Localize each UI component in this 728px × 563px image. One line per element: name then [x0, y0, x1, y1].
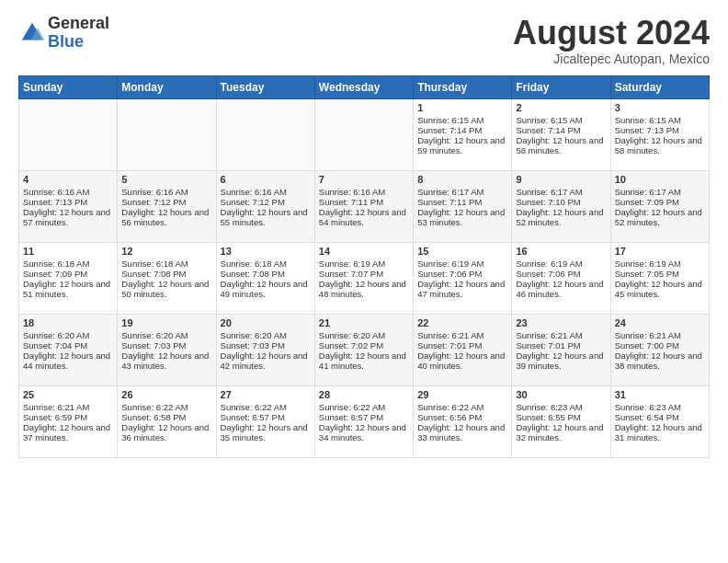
calendar-cell: 5Sunrise: 6:16 AMSunset: 7:12 PMDaylight…	[118, 170, 216, 242]
sunset-text: Sunset: 7:07 PM	[319, 269, 383, 279]
day-number: 21	[319, 317, 409, 328]
sunrise-text: Sunrise: 6:22 AM	[121, 402, 188, 412]
sunset-text: Sunset: 7:01 PM	[417, 340, 482, 350]
daylight-text: Daylight: 12 hours and 53 minutes.	[417, 207, 505, 227]
sunrise-text: Sunrise: 6:18 AM	[121, 259, 188, 269]
calendar-cell: 6Sunrise: 6:16 AMSunset: 7:12 PMDaylight…	[216, 170, 314, 242]
month-year-title: August 2024	[513, 15, 710, 52]
calendar-header-row: SundayMondayTuesdayWednesdayThursdayFrid…	[19, 75, 710, 98]
sunset-text: Sunset: 6:57 PM	[221, 412, 285, 422]
sunrise-text: Sunrise: 6:21 AM	[23, 402, 89, 412]
sunset-text: Sunset: 7:13 PM	[615, 125, 679, 135]
sunrise-text: Sunrise: 6:18 AM	[221, 259, 287, 269]
calendar-week-row: 18Sunrise: 6:20 AMSunset: 7:04 PMDayligh…	[19, 314, 710, 385]
sunrise-text: Sunrise: 6:18 AM	[23, 259, 89, 269]
logo-general-label: General	[48, 15, 109, 33]
daylight-text: Daylight: 12 hours and 59 minutes.	[417, 135, 505, 155]
daylight-text: Daylight: 12 hours and 51 minutes.	[23, 279, 110, 299]
calendar-week-row: 4Sunrise: 6:16 AMSunset: 7:13 PMDaylight…	[19, 170, 710, 242]
daylight-text: Daylight: 12 hours and 31 minutes.	[615, 422, 702, 442]
daylight-text: Daylight: 12 hours and 38 minutes.	[615, 350, 702, 371]
calendar-table: SundayMondayTuesdayWednesdayThursdayFrid…	[18, 75, 710, 458]
calendar-cell	[216, 98, 314, 170]
daylight-text: Daylight: 12 hours and 43 minutes.	[121, 350, 209, 371]
calendar-cell: 27Sunrise: 6:22 AMSunset: 6:57 PMDayligh…	[216, 385, 314, 457]
calendar-cell: 12Sunrise: 6:18 AMSunset: 7:08 PMDayligh…	[118, 242, 216, 314]
sunset-text: Sunset: 7:03 PM	[121, 340, 186, 350]
day-number: 24	[615, 317, 705, 328]
day-number: 29	[417, 389, 507, 400]
calendar-cell: 7Sunrise: 6:16 AMSunset: 7:11 PMDaylight…	[314, 170, 413, 242]
sunrise-text: Sunrise: 6:15 AM	[417, 115, 483, 125]
daylight-text: Daylight: 12 hours and 57 minutes.	[23, 207, 110, 227]
sunrise-text: Sunrise: 6:20 AM	[23, 330, 89, 340]
daylight-text: Daylight: 12 hours and 54 minutes.	[319, 207, 406, 227]
calendar-cell: 16Sunrise: 6:19 AMSunset: 7:06 PMDayligh…	[512, 242, 610, 314]
calendar-cell: 13Sunrise: 6:18 AMSunset: 7:08 PMDayligh…	[216, 242, 314, 314]
sunrise-text: Sunrise: 6:22 AM	[417, 402, 483, 412]
sunset-text: Sunset: 7:10 PM	[516, 197, 580, 207]
sunrise-text: Sunrise: 6:16 AM	[23, 187, 89, 197]
sunrise-text: Sunrise: 6:16 AM	[319, 187, 385, 197]
sunrise-text: Sunrise: 6:19 AM	[417, 259, 483, 269]
sunset-text: Sunset: 7:14 PM	[417, 125, 482, 135]
header: General Blue August 2024 Jicaltepec Auto…	[18, 15, 710, 66]
day-number: 17	[615, 246, 705, 257]
calendar-week-row: 11Sunrise: 6:18 AMSunset: 7:09 PMDayligh…	[19, 242, 710, 314]
calendar-cell: 29Sunrise: 6:22 AMSunset: 6:56 PMDayligh…	[414, 385, 512, 457]
daylight-text: Daylight: 12 hours and 37 minutes.	[23, 422, 110, 442]
daylight-text: Daylight: 12 hours and 52 minutes.	[615, 207, 702, 227]
weekday-header-sunday: Sunday	[19, 75, 118, 98]
weekday-header-wednesday: Wednesday	[314, 75, 413, 98]
day-number: 15	[417, 246, 507, 257]
weekday-header-thursday: Thursday	[414, 75, 512, 98]
calendar-cell: 25Sunrise: 6:21 AMSunset: 6:59 PMDayligh…	[19, 385, 118, 457]
calendar-cell: 31Sunrise: 6:23 AMSunset: 6:54 PMDayligh…	[610, 385, 709, 457]
day-number: 10	[615, 174, 705, 185]
sunset-text: Sunset: 7:12 PM	[221, 197, 285, 207]
calendar-cell: 30Sunrise: 6:23 AMSunset: 6:55 PMDayligh…	[512, 385, 610, 457]
title-section: August 2024 Jicaltepec Autopan, Mexico	[513, 15, 710, 66]
calendar-cell: 10Sunrise: 6:17 AMSunset: 7:09 PMDayligh…	[610, 170, 709, 242]
day-number: 18	[23, 317, 113, 328]
daylight-text: Daylight: 12 hours and 49 minutes.	[221, 279, 308, 299]
day-number: 26	[121, 389, 211, 400]
sunset-text: Sunset: 7:00 PM	[615, 340, 679, 350]
daylight-text: Daylight: 12 hours and 32 minutes.	[516, 422, 603, 442]
calendar-cell: 26Sunrise: 6:22 AMSunset: 6:58 PMDayligh…	[118, 385, 216, 457]
daylight-text: Daylight: 12 hours and 52 minutes.	[516, 207, 603, 227]
sunrise-text: Sunrise: 6:16 AM	[121, 187, 188, 197]
sunset-text: Sunset: 7:09 PM	[615, 197, 679, 207]
sunset-text: Sunset: 7:08 PM	[121, 269, 186, 279]
calendar-cell	[19, 98, 118, 170]
sunset-text: Sunset: 6:58 PM	[121, 412, 186, 422]
calendar-cell: 9Sunrise: 6:17 AMSunset: 7:10 PMDaylight…	[512, 170, 610, 242]
calendar-cell: 11Sunrise: 6:18 AMSunset: 7:09 PMDayligh…	[19, 242, 118, 314]
sunrise-text: Sunrise: 6:22 AM	[319, 402, 385, 412]
sunrise-text: Sunrise: 6:17 AM	[615, 187, 681, 197]
daylight-text: Daylight: 12 hours and 39 minutes.	[516, 350, 603, 371]
sunset-text: Sunset: 7:02 PM	[319, 340, 383, 350]
sunset-text: Sunset: 7:05 PM	[615, 269, 679, 279]
calendar-cell: 14Sunrise: 6:19 AMSunset: 7:07 PMDayligh…	[314, 242, 413, 314]
sunset-text: Sunset: 7:08 PM	[221, 269, 285, 279]
sunrise-text: Sunrise: 6:17 AM	[516, 187, 582, 197]
daylight-text: Daylight: 12 hours and 46 minutes.	[516, 279, 603, 299]
day-number: 1	[417, 102, 507, 113]
logo-icon	[18, 19, 46, 47]
daylight-text: Daylight: 12 hours and 36 minutes.	[121, 422, 209, 442]
daylight-text: Daylight: 12 hours and 58 minutes.	[516, 135, 603, 155]
weekday-header-monday: Monday	[118, 75, 216, 98]
sunrise-text: Sunrise: 6:21 AM	[615, 330, 681, 340]
day-number: 14	[319, 246, 409, 257]
daylight-text: Daylight: 12 hours and 56 minutes.	[121, 207, 209, 227]
sunrise-text: Sunrise: 6:15 AM	[615, 115, 681, 125]
day-number: 8	[417, 174, 507, 185]
sunrise-text: Sunrise: 6:21 AM	[516, 330, 582, 340]
daylight-text: Daylight: 12 hours and 33 minutes.	[417, 422, 505, 442]
day-number: 13	[221, 246, 311, 257]
day-number: 30	[516, 389, 606, 400]
day-number: 19	[121, 317, 211, 328]
sunset-text: Sunset: 7:06 PM	[516, 269, 580, 279]
sunset-text: Sunset: 7:12 PM	[121, 197, 186, 207]
